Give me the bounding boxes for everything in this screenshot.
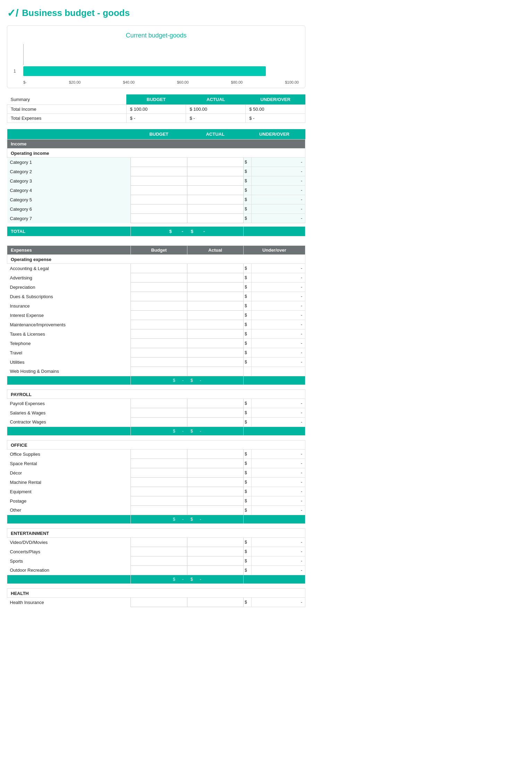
expense-taxes-label: Taxes & Licenses (7, 329, 131, 339)
summary-total-income-underover: $ 50.00 (246, 105, 305, 114)
income-cat-1-budget[interactable] (131, 158, 187, 167)
summary-underover-header: UNDER/OVER (246, 94, 305, 105)
expense-telephone-label: Telephone (7, 339, 131, 348)
income-cat-3-actual[interactable] (187, 176, 243, 186)
expense-sports: Sports $ - (7, 556, 305, 566)
payroll-subtotal: $ - $ - (7, 427, 305, 436)
expense-interest: Interest Expense $ - (7, 311, 305, 320)
expense-accounting-budget[interactable] (131, 264, 187, 273)
summary-total-income-budget: $ 100.00 (126, 105, 186, 114)
expenses-underover-header: Under/over (243, 246, 305, 255)
expense-concerts-label: Concerts/Plays (7, 547, 131, 556)
income-cat-4-actual[interactable] (187, 186, 243, 195)
income-cat-1: Category 1 $ - (7, 158, 305, 167)
expense-accounting-actual[interactable] (187, 264, 243, 273)
office-label: OFFICE (7, 440, 305, 450)
summary-budget-header: BUDGET (126, 94, 186, 105)
office-header: OFFICE (7, 440, 305, 450)
income-cat-5-budget[interactable] (131, 195, 187, 204)
expense-payroll-expenses-label: Payroll Expenses (7, 399, 131, 408)
income-cat-7-underover: - (251, 214, 305, 223)
income-cat-3: Category 3 $ - (7, 176, 305, 186)
income-cat-7-label: Category 7 (7, 214, 131, 223)
income-cat-2-underover: - (251, 167, 305, 176)
health-header: HEALTH (7, 589, 305, 598)
expense-travel: Travel $ - (7, 348, 305, 358)
expense-maintenance: Maintenance/Improvements $ - (7, 320, 305, 329)
x-label-4: $80.00 (231, 80, 243, 84)
income-total-budget-actual: $ - $ - (131, 227, 244, 236)
expenses-actual-header: Actual (187, 246, 243, 255)
payroll-header: PAYROLL (7, 390, 305, 399)
x-label-5: $100.00 (285, 80, 299, 84)
expense-depreciation-label: Depreciation (7, 283, 131, 292)
income-total-label: TOTAL (7, 227, 131, 236)
income-cat-6-actual[interactable] (187, 204, 243, 214)
summary-total-income-label: Total Income (7, 105, 127, 114)
income-cat-5-label: Category 5 (7, 195, 131, 204)
page-title-container: ✓/ Business budget - goods (7, 7, 305, 19)
income-cat-1-actual[interactable] (187, 158, 243, 167)
expense-equipment: Equipment $ - (7, 487, 305, 496)
income-spacer (7, 223, 305, 227)
income-cat-2-budget[interactable] (131, 167, 187, 176)
summary-total-income-row: Total Income $ 100.00 $ 100.00 $ 50.00 (7, 105, 305, 114)
income-empty-header (7, 129, 131, 140)
income-cat-2-actual[interactable] (187, 167, 243, 176)
summary-total-income-actual: $ 100.00 (186, 105, 246, 114)
expense-insurance-label: Insurance (7, 301, 131, 311)
expense-postage: Postage $ - (7, 496, 305, 506)
expense-video-label: Video/DVD/Movies (7, 538, 131, 547)
summary-total-expenses-actual: $ - (186, 114, 246, 123)
expense-depreciation: Depreciation $ - (7, 283, 305, 292)
office-spacer (7, 436, 305, 440)
summary-total-expenses-row: Total Expenses $ - $ - $ - (7, 114, 305, 123)
expense-space-rental: Space Rental $ - (7, 459, 305, 468)
income-cat-7-budget[interactable] (131, 214, 187, 223)
expense-postage-label: Postage (7, 496, 131, 506)
expense-advertising-label: Advertising (7, 273, 131, 283)
expense-dues-label: Dues & Subscriptions (7, 292, 131, 301)
summary-label: Summary (7, 94, 127, 105)
income-cat-7: Category 7 $ - (7, 214, 305, 223)
income-cat-3-label: Category 3 (7, 176, 131, 186)
expense-utilities-label: Utilities (7, 358, 131, 367)
expense-outdoor: Outdoor Recreation $ - (7, 566, 305, 575)
income-cat-7-actual[interactable] (187, 214, 243, 223)
expense-telephone: Telephone $ - (7, 339, 305, 348)
summary-actual-header: ACTUAL (186, 94, 246, 105)
income-total-row: TOTAL $ - $ - (7, 227, 305, 236)
expense-sports-label: Sports (7, 556, 131, 566)
income-header-row: BUDGET ACTUAL UNDER/OVER (7, 129, 305, 140)
income-cat-5-actual[interactable] (187, 195, 243, 204)
income-cat-4-budget[interactable] (131, 186, 187, 195)
operating-expense-header: Operating expense (7, 255, 305, 264)
income-subsection-label: Operating income (7, 149, 305, 158)
income-cat-6-budget[interactable] (131, 204, 187, 214)
expense-utilities: Utilities $ - (7, 358, 305, 367)
expense-outdoor-label: Outdoor Recreation (7, 566, 131, 575)
income-cat-3-budget[interactable] (131, 176, 187, 186)
page-title: Business budget - goods (22, 8, 130, 18)
expense-interest-label: Interest Expense (7, 311, 131, 320)
x-label-3: $60.00 (177, 80, 189, 84)
entertainment-label: ENTERTAINMENT (7, 529, 305, 538)
income-table: BUDGET ACTUAL UNDER/OVER Income Operatin… (7, 129, 305, 236)
x-label-0: $- (23, 80, 27, 84)
logo-icon: ✓/ (7, 7, 18, 19)
income-cat-1-label: Category 1 (7, 158, 131, 167)
entertainment-spacer (7, 524, 305, 529)
expense-decor: Décor $ - (7, 468, 305, 478)
income-cat-5-underover: - (251, 195, 305, 204)
income-section-label: Income (7, 140, 305, 149)
operating-expense-subtotal-values: $ - $ - (131, 376, 244, 385)
expense-maintenance-label: Maintenance/Improvements (7, 320, 131, 329)
expense-contractor-wages: Contractor Wages $ - (7, 418, 305, 427)
payroll-spacer (7, 385, 305, 390)
expense-web-hosting: Web Hosting & Domains (7, 367, 305, 376)
income-cat-6-underover: - (251, 204, 305, 214)
summary-total-expenses-budget: $ - (126, 114, 186, 123)
summary-table: Summary BUDGET ACTUAL UNDER/OVER Total I… (7, 94, 305, 123)
expense-salaries-wages-label: Salaries & Wages (7, 408, 131, 418)
expense-travel-label: Travel (7, 348, 131, 358)
